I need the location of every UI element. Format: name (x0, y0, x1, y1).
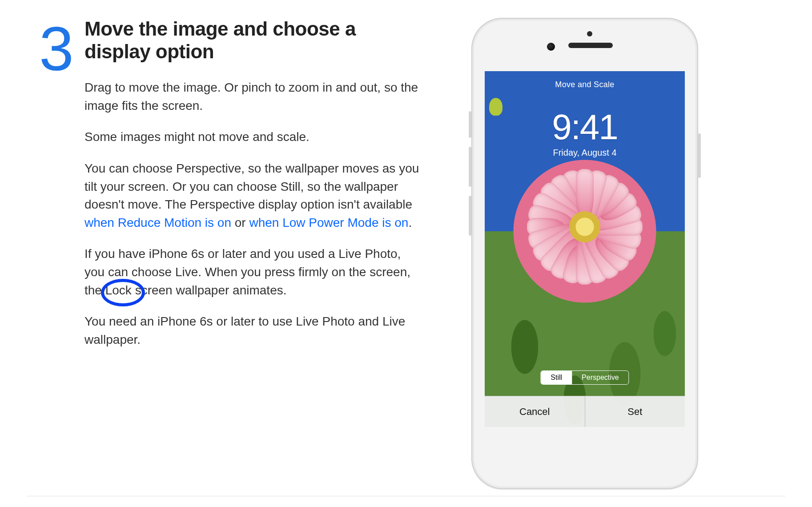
perspective-option[interactable]: Perspective (572, 371, 629, 384)
iphone-mockup: Move and Scale 9:41 Friday, August 4 Sti… (471, 18, 698, 489)
divider (27, 496, 785, 496)
cancel-button[interactable]: Cancel (485, 396, 585, 427)
paragraph-4b-text: screen wallpaper animates. (132, 283, 287, 297)
power-button-icon (698, 133, 701, 178)
paragraph-3: You can choose Perspective, so the wallp… (84, 160, 422, 232)
paragraph-2: Some images might not move and scale. (84, 128, 422, 146)
flower-icon (518, 160, 651, 294)
front-camera-icon (547, 43, 555, 51)
paragraph-3c-text: . (408, 216, 412, 229)
mute-switch-icon (469, 111, 471, 138)
paragraph-1: Drag to move the image. Or pinch to zoom… (84, 79, 422, 115)
earpiece-icon (568, 43, 613, 48)
paragraph-3b-text: or (231, 216, 249, 229)
paragraph-5: You need an iPhone 6s or later to use Li… (84, 313, 422, 349)
sensor-icon (587, 31, 592, 36)
bottom-toolbar: Cancel Set (485, 396, 685, 427)
still-option[interactable]: Still (541, 371, 572, 384)
display-option-segmented-control[interactable]: Still Perspective (540, 370, 629, 385)
move-and-scale-label: Move and Scale (485, 80, 685, 89)
volume-up-button-icon (469, 147, 471, 187)
lock-screen-date: Friday, August 4 (485, 148, 685, 158)
reduce-motion-link[interactable]: when Reduce Motion is on (84, 216, 231, 229)
step-heading: Move the image and choose a display opti… (84, 18, 422, 63)
paragraph-4: If you have iPhone 6s or later and you u… (84, 245, 422, 299)
lock-screen-time: 9:41 (485, 107, 685, 148)
circled-annotation: Lock (105, 282, 132, 300)
low-power-mode-link[interactable]: when Low Power Mode is on (249, 216, 408, 229)
phone-screen: Move and Scale 9:41 Friday, August 4 Sti… (485, 71, 685, 427)
set-button[interactable]: Set (585, 396, 685, 427)
paragraph-3a-text: You can choose Perspective, so the wallp… (84, 161, 419, 211)
step-number: 3 (27, 18, 84, 362)
volume-down-button-icon (469, 196, 471, 236)
